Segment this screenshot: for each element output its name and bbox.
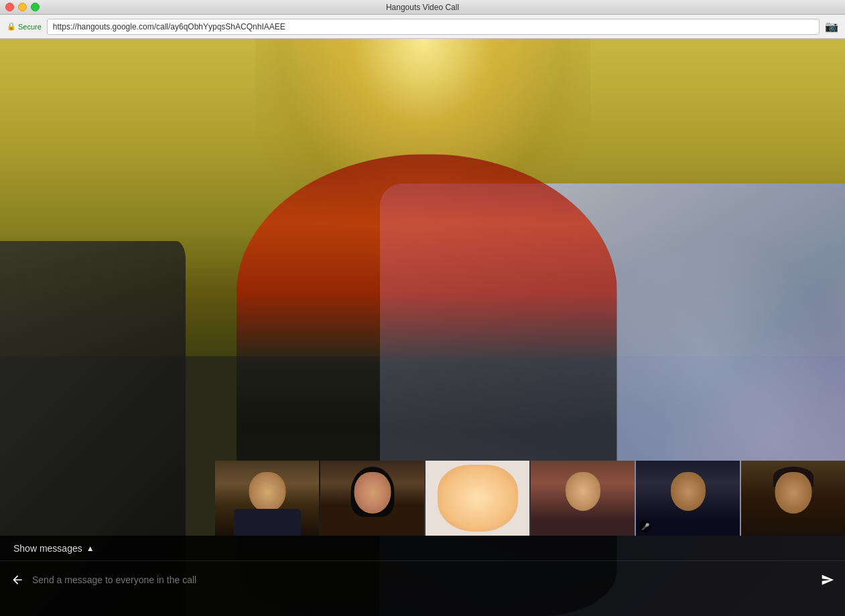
- back-arrow-button[interactable]: [11, 573, 24, 587]
- secure-badge: 🔒 Secure: [7, 22, 42, 31]
- chevron-up-icon: ▲: [86, 544, 94, 553]
- camera-icon: 📷: [825, 20, 838, 33]
- minimize-button[interactable]: [18, 3, 27, 11]
- traffic-lights: [5, 3, 40, 11]
- participant-face-4: [566, 472, 600, 511]
- mic-muted-icon: 🎤: [639, 520, 651, 532]
- url-bar[interactable]: https://hangouts.google.com/call/ay6qObh…: [47, 19, 820, 35]
- participant-thumb-5[interactable]: 🎤: [636, 461, 740, 536]
- close-button[interactable]: [5, 3, 14, 11]
- secure-label: Secure: [18, 23, 42, 31]
- participant-thumb-3[interactable]: [426, 461, 529, 536]
- lock-icon: 🔒: [7, 22, 16, 31]
- window-title: Hangouts Video Call: [386, 3, 459, 12]
- bottom-bar: Show messages ▲: [0, 536, 845, 616]
- show-messages-bar[interactable]: Show messages ▲: [0, 536, 845, 561]
- url-text: https://hangouts.google.com/call/ay6qObh…: [53, 22, 285, 31]
- maximize-button[interactable]: [31, 3, 40, 11]
- participant-face-2: [354, 472, 391, 514]
- chat-input-bar: [0, 561, 845, 598]
- participant-thumb-1[interactable]: [215, 461, 319, 536]
- participant-shirt-1: [234, 509, 301, 536]
- participant-face-1: [249, 472, 285, 512]
- show-messages-label: Show messages: [13, 543, 82, 554]
- show-messages-button[interactable]: Show messages ▲: [13, 543, 94, 554]
- chat-message-input[interactable]: [32, 574, 813, 585]
- participants-strip: 🎤: [215, 461, 845, 536]
- title-bar: Hangouts Video Call: [0, 0, 845, 15]
- participant-thumb-6[interactable]: [741, 461, 845, 536]
- participant-thumb-2[interactable]: [320, 461, 424, 536]
- participant-cartoon-3: [438, 465, 518, 532]
- participant-thumb-4[interactable]: [531, 461, 635, 536]
- participant-face-6: [775, 472, 811, 514]
- participant-face-5: [671, 472, 706, 511]
- address-bar: 🔒 Secure https://hangouts.google.com/cal…: [0, 15, 845, 39]
- video-container: 🎤 Show messages ▲: [0, 39, 845, 616]
- send-message-button[interactable]: [821, 573, 834, 587]
